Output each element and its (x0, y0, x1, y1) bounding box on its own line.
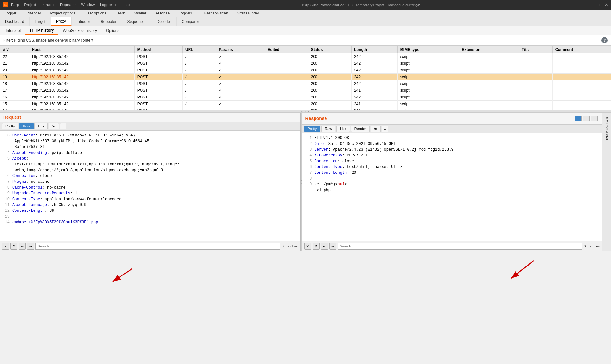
table-row[interactable]: 16http://192.168.85.142POST/✓200242scrip… (0, 94, 611, 101)
nav-logger[interactable]: Logger (0, 10, 21, 17)
main-tab-row: Dashboard Target Proxy Intruder Repeater… (0, 17, 611, 26)
panel-splitter[interactable]: • • • (0, 110, 611, 113)
col-ext[interactable]: Extension (459, 46, 519, 53)
table-cell (459, 74, 519, 80)
resp-back-btn[interactable]: ← (321, 243, 328, 250)
col-num[interactable]: # ∨ (0, 46, 29, 53)
request-panel: Request Pretty Raw Hex \n ≡ 3User-Agent:… (0, 113, 300, 251)
table-row[interactable]: 22http://192.168.85.142POST/✓200242scrip… (0, 53, 611, 60)
maximize-btn[interactable]: □ (599, 2, 602, 7)
req-tab-menu[interactable]: ≡ (60, 123, 66, 129)
table-cell (459, 101, 519, 107)
table-row[interactable]: 18http://192.168.85.142POST/✓200242scrip… (0, 80, 611, 87)
tab-sequencer[interactable]: Sequencer (122, 17, 151, 26)
subtab-intercept[interactable]: Intercept (1, 27, 25, 34)
col-params[interactable]: Params (216, 46, 265, 53)
filter-help-button[interactable]: ? (601, 37, 608, 43)
table-cell (552, 80, 611, 87)
resp-settings-btn[interactable]: ⚙ (313, 243, 320, 250)
tab-repeater[interactable]: Repeater (95, 17, 122, 26)
col-length[interactable]: Length (352, 46, 398, 53)
nav-autorize[interactable]: Autorize (151, 10, 174, 17)
table-cell: 14 (0, 107, 29, 110)
table-cell: http://192.168.85.142 (29, 53, 135, 60)
col-method[interactable]: Method (134, 46, 182, 53)
req-tab-newline[interactable]: \n (49, 123, 59, 129)
resp-tab-render[interactable]: Render (351, 126, 370, 132)
table-cell (459, 94, 519, 101)
table-cell (459, 107, 519, 110)
col-mime[interactable]: MIME type (397, 46, 459, 53)
menu-burp[interactable]: Burp (11, 3, 19, 7)
close-btn[interactable]: ✕ (605, 2, 608, 7)
table-row[interactable]: 17http://192.168.85.142POST/✓200241scrip… (0, 87, 611, 94)
table-row[interactable]: 19http://192.168.85.142POST/✓200242scrip… (0, 74, 611, 80)
table-row[interactable]: 20http://192.168.85.142POST/✓200242scrip… (0, 67, 611, 74)
subtab-options[interactable]: Options (102, 27, 124, 34)
response-toolbar: ? ⚙ ← → 0 matches (302, 241, 602, 251)
nav-wsdler[interactable]: Wsdler (130, 10, 151, 17)
req-tab-hex[interactable]: Hex (34, 123, 48, 129)
menu-repeater[interactable]: Repeater (60, 3, 76, 7)
req-help-btn[interactable]: ? (2, 243, 9, 250)
req-tab-pretty[interactable]: Pretty (2, 123, 18, 129)
nav-extender[interactable]: Extender (21, 10, 45, 17)
table-cell: 242 (352, 53, 398, 60)
nav-struts[interactable]: Struts Finder (233, 10, 264, 17)
col-status[interactable]: Status (308, 46, 351, 53)
subtab-http-history[interactable]: HTTP history (25, 26, 58, 35)
response-search-input[interactable] (338, 243, 583, 250)
resp-tab-pretty[interactable]: Pretty (304, 126, 321, 132)
nav-fastjson[interactable]: Fastjson scan (200, 10, 233, 17)
filter-text: Filter: Hiding CSS, image and general bi… (3, 38, 93, 42)
nav-user-options[interactable]: User options (80, 10, 111, 17)
menu-help[interactable]: Help (121, 3, 130, 7)
code-line: 6Content-Type: text/html; charset=UTF-8 (306, 164, 599, 170)
resp-tab-menu[interactable]: ≡ (382, 126, 388, 132)
view-bottom-btn[interactable] (583, 116, 590, 121)
svg-line-1 (113, 269, 132, 282)
menu-logger[interactable]: Logger++ (100, 3, 116, 7)
nav-loggerpp[interactable]: Logger++ (174, 10, 199, 17)
menu-window[interactable]: Window (81, 3, 95, 7)
subtab-websockets[interactable]: WebSockets history (58, 27, 102, 34)
menu-intruder[interactable]: Intruder (42, 3, 55, 7)
tab-decoder[interactable]: Decoder (151, 17, 177, 26)
resp-tab-newline[interactable]: \n (371, 126, 381, 132)
table-cell: ✓ (216, 101, 265, 107)
tab-comparer[interactable]: Comparer (177, 17, 204, 26)
col-host[interactable]: Host (29, 46, 135, 53)
table-row[interactable]: 15http://192.168.85.142POST/✓200241scrip… (0, 101, 611, 107)
request-search-input[interactable] (35, 243, 280, 250)
table-cell (552, 87, 611, 94)
req-settings-btn[interactable]: ⚙ (10, 243, 17, 250)
tab-target[interactable]: Target (30, 17, 51, 26)
col-title[interactable]: Title (519, 46, 553, 53)
request-matches: 0 matches (282, 244, 298, 248)
req-back-btn[interactable]: ← (19, 243, 26, 250)
response-panel: Response Pretty Raw Hex Render \n ≡ 1HTT… (302, 113, 602, 251)
table-cell: POST (134, 74, 182, 80)
resp-help-btn[interactable]: ? (304, 243, 311, 250)
view-split-btn[interactable] (575, 116, 582, 121)
resp-tab-raw[interactable]: Raw (321, 126, 335, 132)
req-tab-raw[interactable]: Raw (19, 123, 34, 129)
tab-intruder[interactable]: Intruder (72, 17, 95, 26)
resp-tab-hex[interactable]: Hex (336, 126, 350, 132)
nav-learn[interactable]: Learn (111, 10, 130, 17)
minimize-btn[interactable]: — (592, 2, 597, 7)
table-cell: 15 (0, 101, 29, 107)
resp-forward-btn[interactable]: → (329, 243, 336, 250)
table-cell: 242 (352, 80, 398, 87)
menu-project[interactable]: Project (24, 3, 36, 7)
view-right-btn[interactable] (591, 116, 598, 121)
col-comment[interactable]: Comment (552, 46, 611, 53)
tab-dashboard[interactable]: Dashboard (0, 17, 30, 26)
col-edited[interactable]: Edited (265, 46, 308, 53)
nav-project-options[interactable]: Project options (45, 10, 80, 17)
req-forward-btn[interactable]: → (27, 243, 34, 250)
table-row[interactable]: 21http://192.168.85.142POST/✓200242scrip… (0, 60, 611, 67)
tab-proxy[interactable]: Proxy (51, 17, 72, 26)
col-url[interactable]: URL (182, 46, 216, 53)
table-cell: script (397, 60, 459, 67)
